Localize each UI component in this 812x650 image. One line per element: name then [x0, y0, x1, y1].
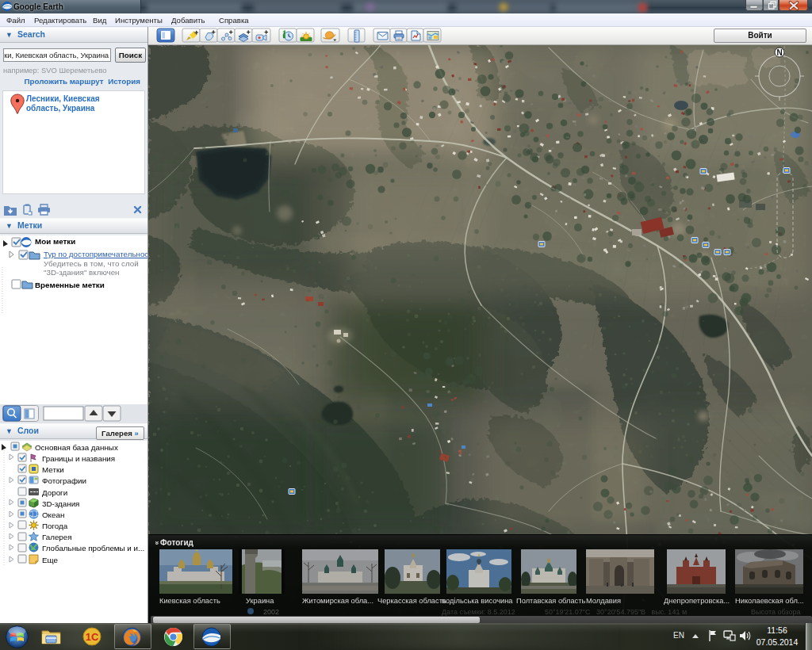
svg-text:N: N — [776, 48, 782, 57]
svg-text:1С: 1С — [86, 631, 99, 643]
